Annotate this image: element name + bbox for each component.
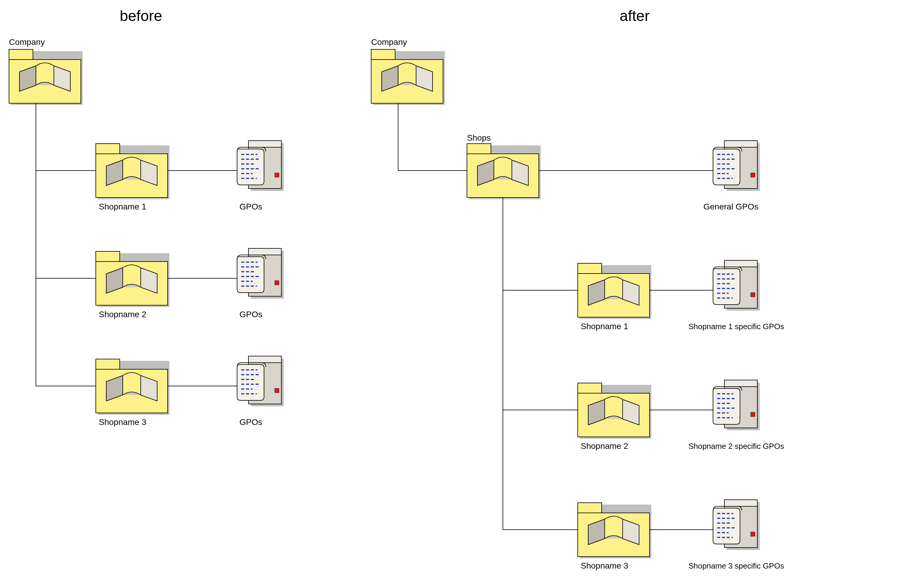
shopname-label: Shopname 3: [99, 418, 146, 427]
shopname-label: Shopname 1: [581, 322, 628, 331]
gpo-label: GPOs: [240, 310, 262, 319]
gpo-icon: [713, 141, 760, 191]
gpo-label: Shopname 3 specific GPOs: [689, 561, 784, 570]
after-panel: after Company Shops General GPOs Shopnam…: [371, 8, 784, 570]
gpo-icon: [237, 356, 284, 406]
gpo-icon: [713, 260, 760, 311]
gpo-icon: [713, 380, 760, 430]
after-row-2: Shopname 2 Shopname 2 specific GPOs: [503, 380, 784, 451]
after-root-label: Company: [371, 37, 407, 47]
folder-icon: [9, 49, 83, 105]
before-root-label: Company: [9, 37, 45, 47]
gpo-label: General GPOs: [703, 202, 758, 211]
gpo-label: GPOs: [240, 202, 262, 211]
shopname-label: Shopname 2: [581, 441, 628, 451]
folder-icon: [96, 251, 169, 307]
after-row-3: Shopname 3 Shopname 3 specific GPOs: [503, 500, 784, 570]
folder-icon: [578, 503, 651, 558]
after-row-1: Shopname 1 Shopname 1 specific GPOs: [503, 260, 784, 331]
folder-icon: [96, 359, 169, 415]
folder-icon: [578, 383, 651, 439]
shopname-label: Shopname 2: [99, 310, 146, 319]
gpo-label: Shopname 2 specific GPOs: [689, 442, 784, 451]
gpo-label: Shopname 1 specific GPOs: [689, 322, 784, 331]
shopname-label: Shopname 1: [99, 202, 146, 211]
gpo-icon: [237, 249, 284, 299]
folder-icon: [467, 144, 541, 199]
shopname-label: Shopname 3: [581, 561, 628, 570]
gpo-icon: [237, 141, 284, 191]
after-shops-label: Shops: [467, 133, 491, 143]
folder-icon: [371, 49, 445, 105]
gpo-label: GPOs: [240, 418, 262, 427]
before-row-2: Shopname 2 GPOs: [36, 249, 284, 319]
folder-icon: [96, 144, 169, 199]
folder-icon: [578, 263, 651, 319]
before-panel: before Company Shopname 1 GPOs Shopname …: [9, 8, 284, 427]
before-row-1: Shopname 1 GPOs: [36, 141, 284, 211]
after-title: after: [620, 8, 650, 24]
gpo-icon: [713, 500, 760, 550]
before-title: before: [120, 8, 162, 24]
before-row-3: Shopname 3 GPOs: [36, 356, 284, 427]
